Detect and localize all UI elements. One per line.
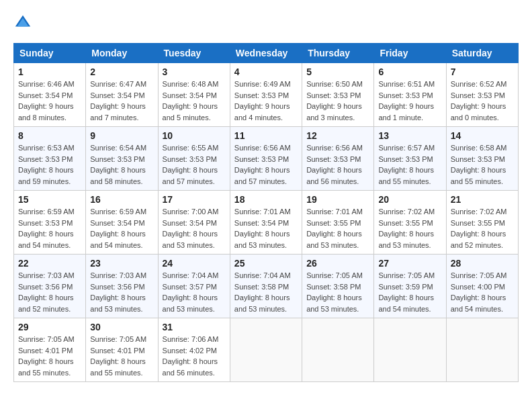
day-info-line: Sunrise: 6:56 AM [306,144,363,152]
day-info-line: Daylight: 9 hours and 1 minute. [378,102,434,122]
day-info-line: Sunset: 3:54 PM [163,219,217,227]
day-info: Sunrise: 6:52 AMSunset: 3:53 PMDaylight:… [451,79,514,123]
day-info-line: Sunrise: 7:01 AM [234,208,291,216]
day-info-line: Sunset: 3:53 PM [306,91,361,99]
day-number: 24 [163,258,226,269]
calendar-cell: 12Sunrise: 6:56 AMSunset: 3:53 PMDayligh… [302,127,374,191]
day-info: Sunrise: 6:58 AMSunset: 3:53 PMDaylight:… [451,142,514,187]
day-number: 1 [18,66,81,77]
day-info-line: Daylight: 8 hours and 54 minutes. [378,293,434,313]
day-info-line: Sunset: 3:53 PM [378,155,433,163]
day-header-thursday: Thursday [302,44,374,63]
day-info: Sunrise: 6:56 AMSunset: 3:53 PMDaylight:… [234,142,298,187]
day-info-line: Sunrise: 7:02 AM [451,208,507,216]
day-info: Sunrise: 7:02 AMSunset: 3:55 PMDaylight:… [378,206,441,250]
day-info-line: Daylight: 8 hours and 55 minutes. [378,166,434,185]
day-info-line: Sunset: 3:54 PM [90,219,144,227]
day-header-friday: Friday [374,44,446,63]
day-info-line: Sunset: 3:58 PM [234,283,289,291]
day-info-line: Daylight: 9 hours and 8 minutes. [18,102,74,122]
calendar-cell: 26Sunrise: 7:05 AMSunset: 3:58 PMDayligh… [302,255,374,318]
day-info: Sunrise: 6:50 AMSunset: 3:53 PMDaylight:… [306,79,369,123]
day-number: 21 [451,194,514,205]
day-info-line: Sunset: 3:53 PM [451,155,505,163]
day-info: Sunrise: 7:01 AMSunset: 3:55 PMDaylight:… [306,206,369,250]
day-info: Sunrise: 7:05 AMSunset: 4:00 PMDaylight:… [451,270,514,314]
day-number: 2 [90,66,153,77]
page-header [13,13,519,32]
day-info-line: Sunrise: 7:03 AM [18,271,75,279]
day-number: 30 [90,322,153,332]
calendar-cell: 23Sunrise: 7:03 AMSunset: 3:56 PMDayligh… [86,255,158,318]
day-info-line: Sunrise: 6:46 AM [18,80,75,88]
day-info: Sunrise: 6:51 AMSunset: 3:53 PMDaylight:… [378,79,441,123]
day-info-line: Sunset: 3:54 PM [163,91,217,99]
calendar-cell: 25Sunrise: 7:04 AMSunset: 3:58 PMDayligh… [230,255,302,318]
day-info-line: Sunrise: 6:59 AM [90,208,146,216]
day-info-line: Sunset: 3:58 PM [306,283,361,291]
day-info-line: Sunset: 4:00 PM [451,283,505,291]
calendar-week-row: 22Sunrise: 7:03 AMSunset: 3:56 PMDayligh… [14,255,519,318]
day-info-line: Daylight: 9 hours and 7 minutes. [90,102,146,122]
day-info-line: Daylight: 8 hours and 54 minutes. [90,230,146,249]
day-info-line: Sunrise: 7:04 AM [234,271,291,279]
calendar-cell: 4Sunrise: 6:49 AMSunset: 3:53 PMDaylight… [230,63,302,127]
day-info-line: Daylight: 8 hours and 53 minutes. [234,293,290,313]
day-info-line: Daylight: 8 hours and 57 minutes. [234,166,290,185]
calendar-cell [302,318,374,382]
day-number: 7 [451,66,514,77]
day-number: 12 [306,130,369,141]
day-info-line: Daylight: 8 hours and 58 minutes. [90,166,146,185]
day-number: 3 [163,66,226,77]
day-number: 14 [451,130,514,141]
day-info: Sunrise: 6:54 AMSunset: 3:53 PMDaylight:… [90,142,153,187]
day-info-line: Sunrise: 6:56 AM [234,144,291,152]
day-info-line: Sunset: 4:02 PM [163,347,217,355]
day-info-line: Sunrise: 6:49 AM [234,80,291,88]
calendar-cell: 1Sunrise: 6:46 AMSunset: 3:54 PMDaylight… [14,63,86,127]
day-info: Sunrise: 6:57 AMSunset: 3:53 PMDaylight:… [378,142,441,187]
day-info: Sunrise: 7:03 AMSunset: 3:56 PMDaylight:… [18,270,81,314]
day-number: 22 [18,258,81,269]
day-info-line: Sunrise: 7:04 AM [163,271,219,279]
day-info-line: Sunset: 3:53 PM [18,219,73,227]
calendar-body: 1Sunrise: 6:46 AMSunset: 3:54 PMDaylight… [14,63,519,382]
day-info-line: Sunrise: 7:02 AM [378,208,435,216]
day-info-line: Sunset: 3:55 PM [451,219,505,227]
calendar-cell: 9Sunrise: 6:54 AMSunset: 3:53 PMDaylight… [86,127,158,191]
day-info: Sunrise: 6:46 AMSunset: 3:54 PMDaylight:… [18,79,81,123]
day-info-line: Daylight: 8 hours and 52 minutes. [18,293,74,313]
calendar-cell: 22Sunrise: 7:03 AMSunset: 3:56 PMDayligh… [14,255,86,318]
day-number: 13 [378,130,441,141]
day-info-line: Sunset: 3:53 PM [451,91,505,99]
day-info-line: Daylight: 9 hours and 4 minutes. [234,102,290,122]
day-info: Sunrise: 7:03 AMSunset: 3:56 PMDaylight:… [90,270,153,314]
day-info: Sunrise: 7:06 AMSunset: 4:02 PMDaylight:… [163,334,226,378]
day-info-line: Daylight: 8 hours and 53 minutes. [306,293,362,313]
day-number: 18 [234,194,298,205]
calendar-cell: 7Sunrise: 6:52 AMSunset: 3:53 PMDaylight… [446,63,518,127]
day-number: 6 [378,66,441,77]
calendar-cell: 18Sunrise: 7:01 AMSunset: 3:54 PMDayligh… [230,191,302,255]
day-info: Sunrise: 6:48 AMSunset: 3:54 PMDaylight:… [163,79,226,123]
day-info-line: Sunset: 3:55 PM [378,219,433,227]
day-info: Sunrise: 7:05 AMSunset: 3:58 PMDaylight:… [306,270,369,314]
calendar-week-row: 8Sunrise: 6:53 AMSunset: 3:53 PMDaylight… [14,127,519,191]
day-number: 15 [18,194,81,205]
day-info-line: Sunrise: 7:00 AM [163,208,219,216]
day-info: Sunrise: 7:05 AMSunset: 4:01 PMDaylight:… [18,334,81,378]
calendar-cell: 10Sunrise: 6:55 AMSunset: 3:53 PMDayligh… [158,127,230,191]
day-number: 5 [306,66,369,77]
day-info-line: Sunset: 3:55 PM [306,219,361,227]
day-info-line: Sunrise: 7:05 AM [451,271,507,279]
calendar-cell: 14Sunrise: 6:58 AMSunset: 3:53 PMDayligh… [446,127,518,191]
day-info-line: Daylight: 8 hours and 53 minutes. [163,293,218,313]
day-number: 9 [90,130,153,141]
calendar-cell: 11Sunrise: 6:56 AMSunset: 3:53 PMDayligh… [230,127,302,191]
day-info-line: Sunset: 3:59 PM [378,283,433,291]
day-number: 23 [90,258,153,269]
day-number: 25 [234,258,298,269]
calendar-cell: 6Sunrise: 6:51 AMSunset: 3:53 PMDaylight… [374,63,446,127]
day-info-line: Sunrise: 6:57 AM [378,144,435,152]
logo-icon [13,13,32,32]
